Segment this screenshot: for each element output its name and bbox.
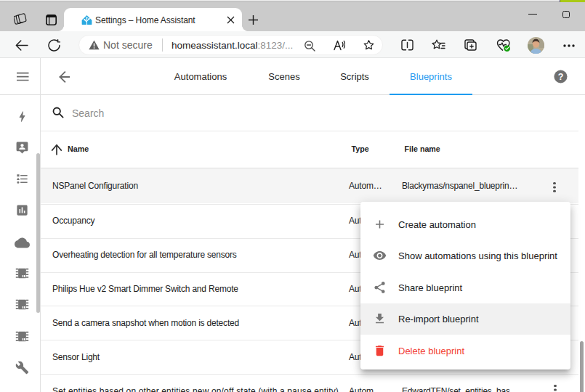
svg-text:?: ? — [558, 72, 564, 82]
